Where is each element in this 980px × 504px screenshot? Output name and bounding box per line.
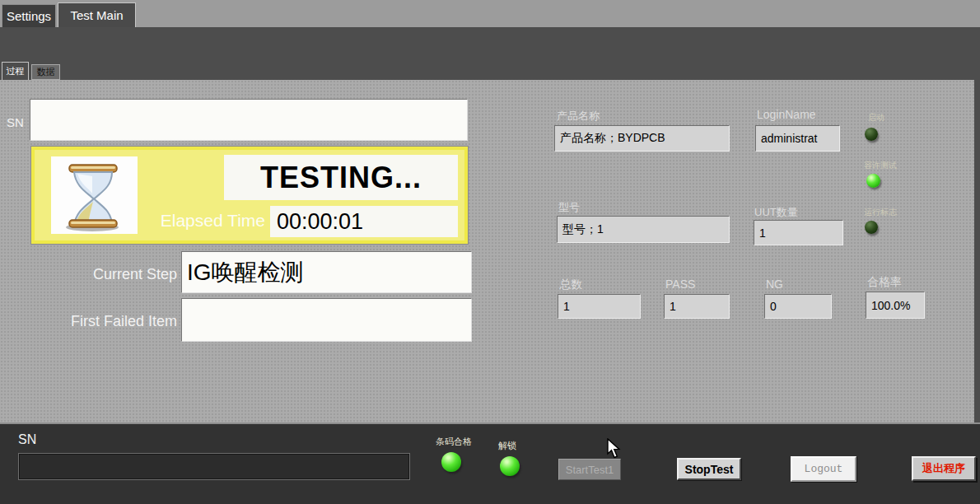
uut-count-label: UUT数量 [754, 205, 798, 220]
tab-process[interactable]: 过程 [2, 62, 29, 80]
ng-label: NG [766, 278, 783, 291]
sn-main-label: SN [7, 115, 24, 129]
elapsed-time-value: 00:00:01 [270, 206, 458, 237]
model-value: 型号；1 [557, 216, 730, 243]
unlock-led-label: 解锁 [498, 440, 516, 452]
sn-bottom-input[interactable] [18, 453, 410, 480]
pass-label: PASS [665, 278, 695, 291]
tab-data[interactable]: 数据 [31, 64, 60, 80]
allow-test-led-label: 容许测试 [864, 160, 897, 171]
bottom-bar: SN 条码合格 解锁 StartTest1 StopTest Logout 退出… [0, 422, 980, 504]
tab-test-main[interactable]: Test Main [58, 2, 136, 27]
barcode-ok-led-label: 条码合格 [436, 436, 472, 448]
start-led-icon [865, 128, 878, 141]
app-window: Settings Test Main 过程 数据 SN [0, 0, 980, 504]
product-name-value: 产品名称；BYDPCB [554, 125, 730, 152]
logout-button[interactable]: Logout [791, 456, 856, 482]
login-name-label: LoginName [757, 108, 816, 121]
barcode-ok-led-icon [441, 452, 461, 472]
uut-count-value: 1 [754, 220, 843, 245]
top-tab-bar: Settings Test Main [0, 0, 980, 27]
start-led-label: 启动 [868, 112, 884, 124]
elapsed-time-label: Elapsed Time [138, 211, 265, 231]
exit-program-button[interactable]: 退出程序 [912, 456, 976, 481]
model-label: 型号 [558, 200, 580, 215]
tab-page-background: 过程 数据 [0, 27, 980, 80]
hourglass-icon [51, 156, 138, 234]
first-failed-item-label: First Failed Item [33, 313, 177, 330]
sn-main-field[interactable] [30, 99, 468, 141]
test-status-box: TESTING... Elapsed Time 00:00:01 [31, 147, 468, 244]
stop-test-button[interactable]: StopTest [677, 458, 741, 480]
total-value: 1 [558, 294, 641, 319]
login-name-value: administrat [755, 125, 840, 152]
current-step-label: Current Step [66, 266, 177, 283]
sn-bottom-label: SN [18, 432, 36, 447]
unlock-led-icon [500, 456, 520, 476]
mouse-cursor [607, 438, 621, 460]
tab-settings[interactable]: Settings [2, 4, 56, 27]
first-failed-item-value [181, 298, 472, 342]
yield-value: 100.0% [866, 292, 925, 319]
allow-test-led-icon [866, 174, 880, 188]
run-flag-led-icon [865, 221, 878, 234]
product-name-label: 产品名称 [557, 109, 600, 124]
current-step-value: IG唤醒检测 [181, 251, 472, 293]
ng-value: 0 [764, 294, 832, 319]
start-test-button[interactable]: StartTest1 [558, 459, 621, 480]
pass-value: 1 [664, 294, 730, 319]
test-status-text: TESTING... [224, 155, 458, 200]
total-label: 总数 [559, 278, 582, 292]
run-flag-led-label: 运行标志 [864, 207, 897, 218]
yield-label: 合格率 [867, 275, 902, 290]
process-panel: SN TESTING... Elapsed Time 00:00:01 [0, 80, 974, 422]
